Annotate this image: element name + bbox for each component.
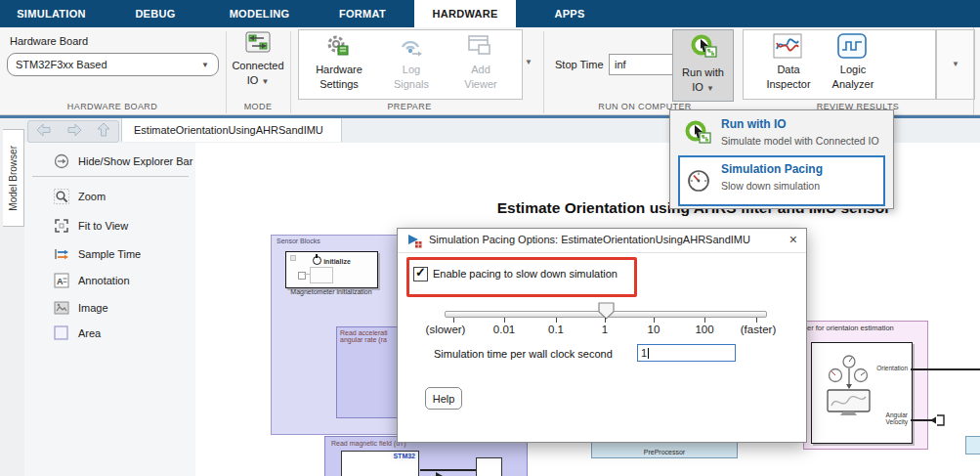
- simulink-window: SIMULATION DEBUG MODELING FORMAT HARDWAR…: [0, 0, 980, 476]
- dialog-titlebar[interactable]: Simulation Pacing Options: EstimateOrien…: [398, 229, 806, 253]
- magnetometer-caption: Magnetometer initialization: [271, 288, 392, 295]
- pacing-dialog-icon: [406, 233, 422, 252]
- time-per-wallclock-label: Simulation time per wall clock second: [434, 348, 613, 360]
- data-inspector-icon: [773, 33, 802, 63]
- palette-label: Fit to View: [78, 220, 128, 232]
- tab-modeling[interactable]: MODELING: [208, 0, 311, 27]
- palette-item-fit-to-view[interactable]: Fit to View: [54, 215, 218, 237]
- slider-tick: [556, 318, 557, 323]
- check-icon: ✓: [415, 265, 426, 280]
- image-icon: [54, 300, 69, 316]
- palette-item-area[interactable]: Area: [54, 323, 218, 344]
- add-viewer-line1: Add: [452, 63, 509, 77]
- sample-time-icon: [54, 246, 69, 262]
- data-inspector-button[interactable]: Data Inspector: [759, 63, 818, 92]
- logic-analyzer-icon: [837, 33, 867, 63]
- palette-item-image[interactable]: Image: [54, 297, 218, 319]
- slider-tick: [704, 318, 705, 323]
- run-with-io-menu: Run with IO Simulate model with Connecte…: [669, 109, 894, 209]
- fit-to-view-icon: [54, 218, 69, 234]
- port-angular-label: Angular Velocity: [886, 411, 908, 425]
- port-orientation-label: Orientation: [876, 365, 908, 371]
- tab-debug[interactable]: DEBUG: [103, 0, 208, 27]
- angular-velocity-wire: [911, 419, 932, 421]
- tab-format[interactable]: FORMAT: [311, 0, 414, 27]
- close-icon[interactable]: ×: [789, 232, 797, 247]
- log-signals-button[interactable]: Log Signals: [383, 63, 440, 92]
- logic-analyzer-button[interactable]: Logic Analyzer: [824, 63, 882, 92]
- run-with-io-icon: [690, 33, 717, 63]
- tab-apps[interactable]: APPS: [516, 0, 623, 27]
- slider-label-100: 100: [695, 324, 713, 335]
- pacing-slider-thumb[interactable]: [598, 302, 615, 324]
- chevron-down-icon: ▼: [201, 62, 209, 69]
- magnetometer-init-block[interactable]: initialize: [285, 251, 378, 288]
- time-per-wallclock-input[interactable]: 1: [637, 344, 736, 362]
- prepare-expand-button[interactable]: ▼: [525, 59, 533, 66]
- stop-time-input[interactable]: inf: [609, 54, 678, 75]
- small-block[interactable]: [476, 457, 502, 476]
- data-inspector-line1: Data: [759, 63, 818, 77]
- svg-text:A: A: [57, 277, 64, 286]
- slider-tick: [605, 318, 606, 323]
- slider-label-slower: (slower): [426, 324, 466, 335]
- chevron-down-icon: ▼: [952, 61, 959, 68]
- tab-hardware[interactable]: HARDWARE: [414, 0, 516, 27]
- connected-io-button[interactable]: Connected IO ▼: [223, 59, 293, 88]
- enable-pacing-label: Enable pacing to slow down simulation: [433, 268, 618, 280]
- hardware-settings-button[interactable]: Hardware Settings: [305, 63, 373, 92]
- stop-time-value: inf: [615, 59, 626, 70]
- review-expand-button[interactable]: ▼: [936, 29, 975, 100]
- palette-item-annotation[interactable]: A Annotation: [54, 270, 218, 291]
- slider-label-faster: (faster): [741, 324, 776, 335]
- run-with-io-button[interactable]: Run with IO ▼: [672, 29, 734, 102]
- terminator-icon: [930, 413, 946, 431]
- dialog-title: Simulation Pacing Options: EstimateOrien…: [429, 234, 750, 245]
- slider-label-10: 10: [648, 324, 660, 335]
- forward-arrow-icon[interactable]: [66, 123, 82, 141]
- help-button[interactable]: Help: [425, 387, 462, 410]
- palette-item-explorer-bar[interactable]: Hide/Show Explorer Bar: [54, 151, 218, 172]
- document-tab[interactable]: EstimateOrientationUsingAHRSandIMU: [121, 118, 342, 142]
- add-viewer-line2: Viewer: [452, 77, 509, 92]
- orientation-area-label: er for orientaion estimation: [804, 322, 927, 332]
- tab-simulation[interactable]: SIMULATION: [0, 0, 103, 27]
- section-mode: MODE: [227, 102, 289, 111]
- menu-item-simulation-pacing[interactable]: Simulation Pacing Slow down simulation: [678, 155, 885, 206]
- hardware-board-value: STM32F3xx Based: [16, 59, 107, 70]
- imu-filter-block[interactable]: Orientation Angular Velocity: [811, 342, 913, 444]
- simulation-pacing-dialog: Simulation Pacing Options: EstimateOrien…: [397, 228, 807, 443]
- read-accel-line1: Read accelerati: [337, 327, 405, 336]
- hardware-board-select[interactable]: STM32F3xx Based ▼: [7, 53, 219, 76]
- time-value: 1: [641, 347, 647, 359]
- palette-label: Zoom: [78, 191, 106, 202]
- connected-io-icon: [245, 31, 271, 53]
- signal-wire: [420, 469, 476, 471]
- logic-analyzer-line2: Analyzer: [824, 77, 882, 92]
- slider-tick: [453, 318, 454, 323]
- up-arrow-icon[interactable]: [97, 122, 110, 141]
- slider-label-1: 1: [602, 324, 608, 335]
- stm32-block[interactable]: STM32: [341, 451, 419, 476]
- divider: [290, 31, 291, 113]
- slider-label-0-1: 0.1: [548, 324, 564, 335]
- back-arrow-icon[interactable]: [36, 123, 52, 141]
- hardware-settings-line2: Settings: [305, 77, 373, 92]
- enable-pacing-checkbox[interactable]: ✓: [413, 267, 428, 281]
- model-browser-label: Model Browser: [8, 146, 19, 211]
- partial-block[interactable]: [965, 436, 980, 454]
- orientation-wire: [911, 368, 980, 370]
- model-browser-tab[interactable]: Model Browser: [3, 129, 24, 227]
- explorer-bar-icon: [54, 153, 69, 169]
- ribbon: Hardware Board STM32F3xx Based ▼ HARDWAR…: [0, 27, 980, 115]
- divider: [543, 31, 544, 113]
- add-viewer-button[interactable]: Add Viewer: [452, 63, 509, 92]
- divider: [973, 27, 974, 114]
- document-tab-label: EstimateOrientationUsingAHRSandIMU: [134, 124, 323, 136]
- gauges-scope-icon: [824, 353, 874, 421]
- read-accel-line2: angular rate (ra: [337, 336, 405, 343]
- palette-item-sample-time[interactable]: Sample Time: [54, 243, 218, 265]
- palette-item-zoom[interactable]: Zoom: [54, 186, 218, 207]
- hardware-settings-icon: [324, 33, 352, 63]
- menu-item-run-with-io[interactable]: Run with IO Simulate model with Connecte…: [670, 110, 893, 155]
